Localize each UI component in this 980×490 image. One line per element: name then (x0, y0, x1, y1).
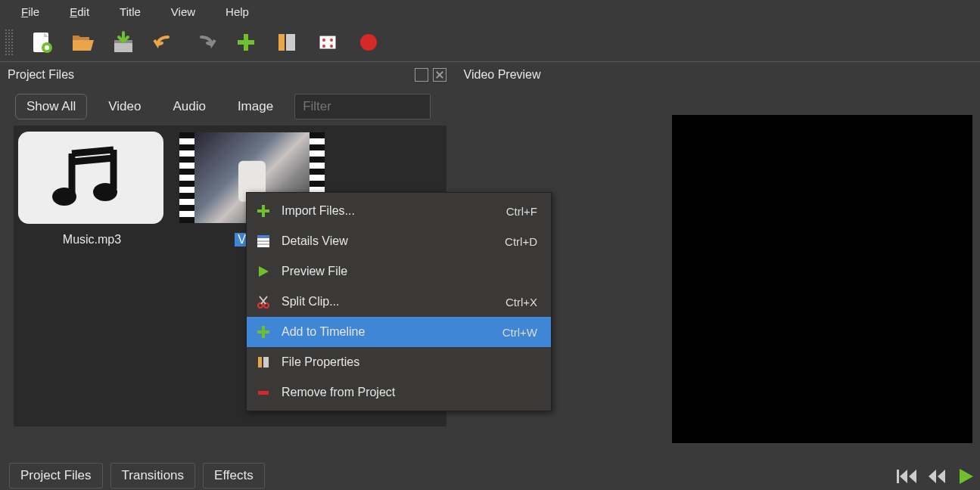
import-files-button[interactable] (234, 30, 258, 54)
filmstrip-left (179, 132, 194, 223)
ctx-import-files[interactable]: Import Files... Ctrl+F (247, 196, 551, 226)
filter-row: Show All Video Audio Image (0, 86, 460, 126)
fullscreen-button[interactable] (316, 30, 340, 54)
svg-rect-24 (257, 243, 269, 245)
svg-point-15 (360, 34, 377, 51)
new-project-button[interactable] (30, 30, 54, 54)
ctx-label: Preview File (282, 265, 537, 278)
filter-input[interactable] (294, 94, 431, 119)
svg-rect-7 (238, 40, 254, 45)
svg-rect-10 (319, 36, 336, 49)
ctx-preview-file[interactable]: Preview File (247, 256, 551, 287)
ctx-file-properties[interactable]: File Properties (247, 347, 551, 377)
svg-point-13 (322, 45, 325, 48)
preview-viewport (672, 115, 972, 443)
svg-rect-30 (263, 357, 269, 368)
project-files-title: Project Files (8, 68, 74, 82)
svg-point-11 (322, 39, 325, 42)
minus-icon (254, 383, 272, 402)
file-item-music[interactable]: Music.mp3 (18, 132, 166, 247)
ctx-label: Split Clip... (282, 295, 506, 309)
bottom-tab-transitions[interactable]: Transitions (110, 463, 196, 488)
bottom-tabs: Project Files Transitions Effects (9, 463, 265, 488)
ctx-shortcut: Ctrl+D (505, 235, 537, 248)
preview-controls (897, 467, 975, 485)
ctx-shortcut: Ctrl+X (506, 296, 537, 309)
bottom-tab-effects[interactable]: Effects (203, 463, 265, 488)
svg-point-14 (330, 45, 333, 48)
menu-title[interactable]: Title (112, 2, 148, 21)
svg-rect-29 (258, 357, 262, 368)
plus-icon (254, 323, 272, 341)
profile-button[interactable] (275, 30, 299, 54)
tab-audio[interactable]: Audio (162, 95, 216, 119)
ctx-shortcut: Ctrl+W (502, 326, 537, 339)
ctx-details-view[interactable]: Details View Ctrl+D (247, 226, 551, 256)
ctx-shortcut: Ctrl+F (506, 205, 537, 218)
redo-button[interactable] (193, 30, 217, 54)
open-project-button[interactable] (70, 30, 95, 54)
undock-panel-icon[interactable] (415, 68, 428, 82)
svg-point-12 (330, 39, 333, 42)
ctx-label: Remove from Project (282, 386, 537, 399)
context-menu: Import Files... Ctrl+F Details View Ctrl… (246, 192, 552, 411)
ctx-label: File Properties (282, 355, 537, 369)
details-icon (254, 232, 272, 250)
bottom-tab-project-files[interactable]: Project Files (9, 463, 103, 488)
undo-button[interactable] (152, 30, 176, 54)
jump-start-button[interactable] (897, 468, 918, 485)
menu-edit[interactable]: Edit (62, 2, 97, 21)
ctx-label: Details View (282, 234, 505, 248)
menu-help[interactable]: Help (218, 2, 257, 21)
svg-rect-22 (257, 235, 269, 238)
plus-icon (254, 202, 272, 220)
scissors-icon (254, 293, 272, 311)
toolbar (0, 23, 980, 62)
panel-header-row: Project Files Video Preview (0, 64, 980, 86)
thumbnail-music (18, 132, 163, 224)
toolbar-grip (5, 29, 13, 56)
tab-show-all[interactable]: Show All (15, 94, 87, 119)
menu-view[interactable]: View (163, 2, 203, 21)
ctx-label: Import Files... (282, 204, 506, 218)
play-button[interactable] (957, 467, 975, 485)
play-icon (254, 262, 272, 281)
ctx-add-to-timeline[interactable]: Add to Timeline Ctrl+W (247, 317, 551, 347)
svg-rect-28 (257, 330, 269, 333)
svg-rect-23 (257, 240, 269, 242)
properties-icon (254, 353, 272, 371)
rewind-button[interactable] (927, 468, 948, 485)
svg-rect-31 (258, 391, 269, 395)
svg-rect-18 (897, 470, 899, 483)
tab-video[interactable]: Video (98, 95, 151, 119)
menubar: File Edit Title View Help (0, 0, 980, 23)
menu-file[interactable]: File (14, 2, 47, 21)
svg-rect-20 (257, 209, 269, 212)
ctx-remove-from-project[interactable]: Remove from Project (247, 377, 551, 408)
svg-rect-9 (286, 34, 295, 51)
file-label-music: Music.mp3 (18, 233, 166, 247)
ctx-split-clip[interactable]: Split Clip... Ctrl+X (247, 287, 551, 317)
save-project-button[interactable] (111, 30, 135, 54)
tab-image[interactable]: Image (227, 95, 284, 119)
svg-rect-3 (45, 45, 48, 50)
close-panel-icon[interactable] (433, 68, 446, 82)
svg-point-16 (52, 188, 76, 206)
video-preview-title: Video Preview (464, 68, 541, 82)
ctx-label: Add to Timeline (282, 325, 502, 339)
svg-rect-8 (278, 34, 285, 51)
svg-point-17 (93, 183, 117, 201)
export-button[interactable] (356, 30, 381, 54)
